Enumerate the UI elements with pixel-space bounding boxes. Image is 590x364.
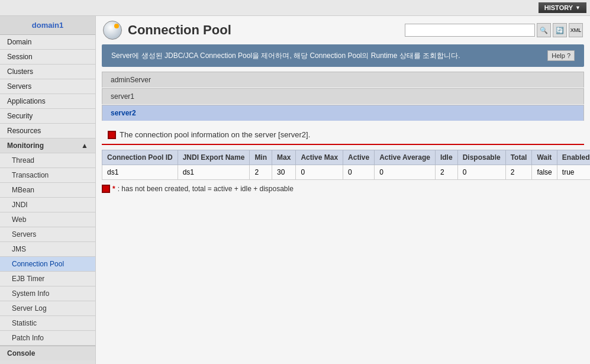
sidebar-domain[interactable]: domain1 [0,16,95,35]
sidebar-item-statistic[interactable]: Statistic [0,316,95,331]
search-input[interactable] [405,24,535,37]
cell-max: 30 [272,165,296,180]
col-wait: Wait [532,150,557,165]
col-active-max: Active Max [296,150,343,165]
monitoring-label: Monitoring [7,141,44,150]
col-connection-pool-id: Connection Pool ID [102,150,178,165]
section-title: The connection pool information on the s… [120,130,310,139]
server-tab-adminserver[interactable]: adminServer [102,72,584,88]
col-max: Max [272,150,296,165]
cell-jndi-export-name: ds1 [178,165,250,180]
server-tab-server1[interactable]: server1 [102,88,584,104]
sidebar-item-domain[interactable]: Domain [0,35,95,50]
server-tab-server2[interactable]: server2 [102,105,584,121]
legend-star: * [112,185,115,193]
sidebar-item-thread[interactable]: Thread [0,153,95,168]
section-icon [108,131,116,139]
sidebar-item-clusters[interactable]: Clusters [0,65,95,79]
sidebar-item-jndi[interactable]: JNDI [0,198,95,212]
cell-active: 0 [343,165,375,180]
sidebar-item-ejb-timer[interactable]: EJB Timer [0,272,95,286]
sidebar-item-applications[interactable]: Applications [0,94,95,109]
cell-total: 2 [505,165,532,180]
cell-disposable: 0 [457,165,505,180]
help-button[interactable]: Help ? [547,50,575,61]
sidebar-item-jms[interactable]: JMS [0,242,95,257]
search-button[interactable]: 🔍 [537,23,551,37]
col-idle: Idle [435,150,457,165]
sidebar-item-connection-pool[interactable]: Connection Pool [0,257,95,272]
legend-icon [102,185,110,193]
info-banner: Server에 생성된 JDBC/JCA Connection Pool을 제어… [102,44,584,67]
sidebar-item-session[interactable]: Session [0,50,95,65]
main-layout: domain1 Domain Session Clusters Servers … [0,16,590,364]
table-wrapper: Connection Pool ID JNDI Export Name Min … [102,150,584,180]
sidebar-item-servers-mon[interactable]: Servers [0,227,95,242]
table-row: ds1 ds1 2 30 0 0 0 2 0 2 false true stmt [102,165,591,180]
history-button[interactable]: HISTORY [539,2,586,13]
sidebar-item-patch-info[interactable]: Patch Info [0,331,95,346]
page-title: Connection Pool [128,22,231,38]
info-text: Server에 생성된 JDBC/JCA Connection Pool을 제어… [111,50,541,61]
sidebar-monitoring-section[interactable]: Monitoring ▲ [0,138,95,153]
col-min: Min [250,150,272,165]
legend: * : has not been created, total = active… [102,185,584,193]
sidebar-item-web[interactable]: Web [0,212,95,227]
sidebar-item-security[interactable]: Security [0,109,95,124]
export-button[interactable]: XML [569,23,583,37]
col-total: Total [505,150,532,165]
connection-pool-table: Connection Pool ID JNDI Export Name Min … [102,150,590,180]
sidebar: domain1 Domain Session Clusters Servers … [0,16,96,364]
sidebar-item-mbean[interactable]: MBean [0,183,95,198]
server-tabs: adminServer server1 server2 [102,72,584,121]
sidebar-item-system-info[interactable]: System Info [0,286,95,301]
legend-text: : has not been created, total = active +… [118,185,294,193]
cell-min: 2 [250,165,272,180]
sidebar-item-transaction[interactable]: Transaction [0,168,95,183]
col-disposable: Disposable [457,150,505,165]
content-area: Connection Pool 🔍 🔄 XML Server에 생성된 JDBC… [96,16,590,364]
cell-enabled: true [557,165,590,180]
sidebar-item-servers[interactable]: Servers [0,79,95,94]
sidebar-item-resources[interactable]: Resources [0,124,95,138]
cell-idle: 2 [435,165,457,180]
top-bar: HISTORY [0,0,590,16]
cell-wait: false [532,165,557,180]
refresh-button[interactable]: 🔄 [553,23,567,37]
cell-active-max: 0 [296,165,343,180]
section-header: The connection pool information on the s… [102,125,584,145]
cell-connection-pool-id: ds1 [102,165,178,180]
col-active-average: Active Average [375,150,436,165]
cell-active-average: 0 [375,165,436,180]
sidebar-console[interactable]: Console [0,346,95,360]
search-bar: 🔍 🔄 XML [405,23,583,37]
col-jndi-export-name: JNDI Export Name [178,150,250,165]
sidebar-item-server-log[interactable]: Server Log [0,301,95,316]
col-enabled: Enabled [557,150,590,165]
col-active: Active [343,150,375,165]
monitoring-toggle-icon: ▲ [81,141,88,150]
page-header: Connection Pool 🔍 🔄 XML [96,16,590,44]
